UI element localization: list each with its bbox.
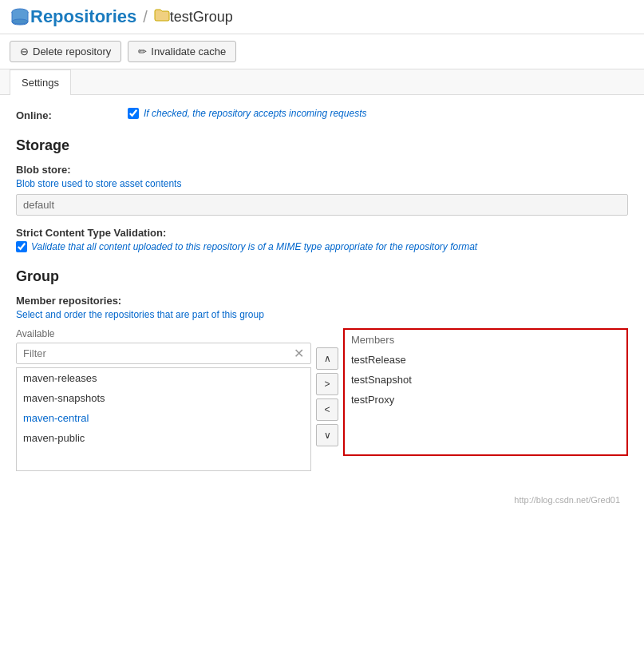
list-item[interactable]: maven-central bbox=[17, 408, 310, 428]
move-right-button[interactable]: > bbox=[316, 373, 338, 395]
invalidate-cache-button[interactable]: ✏ Invalidate cache bbox=[128, 41, 236, 62]
member-list-item[interactable]: testSnapshot bbox=[345, 370, 626, 390]
blob-store-desc: Blob store used to store asset contents bbox=[16, 178, 628, 189]
list-item[interactable]: maven-snapshots bbox=[17, 388, 310, 408]
blob-store-label: Blob store: bbox=[16, 164, 628, 176]
member-repositories-label: Member repositories: bbox=[16, 295, 628, 307]
online-field-row: Online: If checked, the repository accep… bbox=[16, 108, 628, 121]
available-label: Available bbox=[16, 328, 311, 339]
members-panel: Members testRelease testSnapshot testPro… bbox=[343, 328, 628, 456]
svg-point-1 bbox=[12, 19, 28, 24]
storage-heading: Storage bbox=[16, 137, 628, 154]
tabs-bar: Settings bbox=[0, 69, 644, 95]
strict-checkbox-wrap: Validate that all content uploaded to th… bbox=[16, 241, 628, 252]
list-item[interactable]: maven-public bbox=[17, 428, 310, 448]
repositories-list-container: Available ✕ maven-releases maven-snapsho… bbox=[16, 328, 628, 471]
member-repositories-desc: Select and order the repositories that a… bbox=[16, 309, 628, 320]
invalidate-button-label: Invalidate cache bbox=[151, 46, 226, 57]
members-list-box: Members testRelease testSnapshot testPro… bbox=[343, 328, 628, 456]
online-value: If checked, the repository accepts incom… bbox=[128, 108, 628, 119]
group-folder-icon bbox=[154, 9, 170, 25]
group-name: testGroup bbox=[170, 9, 233, 26]
online-checkbox[interactable] bbox=[128, 108, 139, 119]
delete-icon: ⊖ bbox=[20, 46, 29, 57]
available-panel: Available ✕ maven-releases maven-snapsho… bbox=[16, 328, 311, 471]
strict-checkbox[interactable] bbox=[16, 241, 27, 252]
filter-row: ✕ bbox=[16, 343, 311, 364]
page-header: Repositories / testGroup bbox=[0, 0, 644, 34]
blob-store-section: Blob store: Blob store used to store ass… bbox=[16, 164, 628, 216]
watermark: http://blog.csdn.net/Gred01 bbox=[16, 495, 628, 505]
invalidate-icon: ✏ bbox=[138, 46, 147, 57]
online-label: Online: bbox=[16, 108, 128, 121]
online-checkbox-wrap bbox=[128, 108, 139, 119]
filter-input[interactable] bbox=[17, 343, 287, 363]
settings-content: Online: If checked, the repository accep… bbox=[0, 95, 644, 517]
online-desc: If checked, the repository accepts incom… bbox=[144, 108, 366, 119]
member-list-item[interactable]: testProxy bbox=[345, 390, 626, 410]
strict-content-section: Strict Content Type Validation: Validate… bbox=[16, 227, 628, 252]
filter-clear-button[interactable]: ✕ bbox=[287, 346, 310, 361]
move-down-button[interactable]: ∨ bbox=[316, 424, 338, 446]
member-list-item[interactable]: testRelease bbox=[345, 350, 626, 370]
move-up-button[interactable]: ∧ bbox=[316, 347, 338, 370]
delete-button-label: Delete repository bbox=[33, 46, 111, 57]
toolbar: ⊖ Delete repository ✏ Invalidate cache bbox=[0, 34, 644, 69]
arrow-buttons-panel: ∧ > < ∨ bbox=[311, 347, 343, 446]
members-header-label: Members bbox=[345, 330, 626, 350]
list-item[interactable]: maven-releases bbox=[17, 368, 310, 388]
breadcrumb-separator: / bbox=[143, 8, 148, 26]
delete-repository-button[interactable]: ⊖ Delete repository bbox=[10, 41, 121, 62]
available-list-box: maven-releases maven-snapshots maven-cen… bbox=[16, 367, 311, 471]
strict-desc: Validate that all content uploaded to th… bbox=[31, 241, 477, 252]
group-section: Group Member repositories: Select and or… bbox=[16, 268, 628, 471]
group-heading: Group bbox=[16, 268, 628, 285]
strict-label: Strict Content Type Validation: bbox=[16, 227, 628, 239]
move-left-button[interactable]: < bbox=[316, 398, 338, 421]
database-icon bbox=[10, 6, 30, 27]
blob-store-input[interactable] bbox=[16, 194, 628, 216]
tab-settings[interactable]: Settings bbox=[10, 69, 71, 95]
page-title: Repositories bbox=[30, 6, 136, 27]
